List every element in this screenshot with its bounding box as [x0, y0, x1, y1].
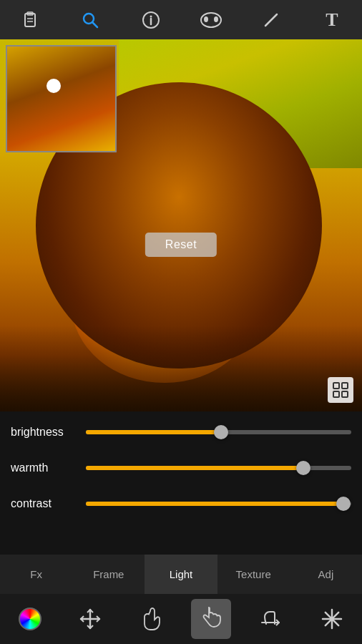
- bottom-tabs-bar: Fx Frame Light Texture Adj: [0, 555, 362, 594]
- touch-select-icon[interactable]: [191, 599, 231, 639]
- contrast-label: contrast: [11, 497, 86, 510]
- brightness-row: brightness: [11, 419, 351, 446]
- warmth-thumb[interactable]: [296, 461, 310, 475]
- thumbnail-position-dot: [47, 79, 61, 93]
- controls-panel: brightness warmth contrast: [0, 411, 362, 555]
- bottom-tools-bar: [0, 594, 362, 644]
- contrast-row: contrast: [11, 490, 351, 517]
- text-label: T: [326, 9, 338, 31]
- move-icon[interactable]: [70, 599, 110, 639]
- warmth-fill: [86, 466, 303, 470]
- warmth-row: warmth: [11, 454, 351, 482]
- swipe-icon[interactable]: [251, 599, 291, 639]
- warmth-slider[interactable]: [86, 466, 351, 470]
- svg-point-8: [150, 15, 152, 17]
- brightness-slider[interactable]: [86, 430, 351, 434]
- svg-point-11: [214, 16, 218, 22]
- search-icon[interactable]: [74, 4, 106, 36]
- asterisk-icon[interactable]: [312, 599, 352, 639]
- brightness-label: brightness: [11, 426, 86, 439]
- info-icon[interactable]: [135, 4, 167, 36]
- brightness-thumb[interactable]: [214, 425, 228, 439]
- contrast-thumb[interactable]: [336, 497, 351, 511]
- thumbnail-preview: [6, 45, 117, 152]
- clipboard-icon[interactable]: [14, 4, 46, 36]
- warmth-label: warmth: [11, 462, 86, 474]
- svg-rect-17: [342, 391, 348, 397]
- svg-rect-14: [333, 383, 339, 389]
- svg-point-10: [204, 16, 208, 22]
- tab-frame[interactable]: Frame: [72, 555, 145, 594]
- crop-expand-icon[interactable]: [328, 377, 353, 403]
- tab-texture[interactable]: Texture: [217, 555, 290, 594]
- contrast-slider[interactable]: [86, 502, 351, 506]
- text-icon[interactable]: T: [316, 4, 348, 36]
- svg-rect-16: [333, 391, 339, 397]
- pen-icon[interactable]: [255, 4, 287, 36]
- tab-adj[interactable]: Adj: [290, 555, 362, 594]
- contrast-fill: [86, 502, 343, 506]
- top-toolbar: T: [0, 0, 362, 39]
- brightness-fill: [86, 430, 221, 434]
- image-canvas[interactable]: Reset: [0, 39, 362, 411]
- color-wheel-icon[interactable]: [10, 599, 50, 639]
- svg-line-5: [93, 22, 98, 27]
- tab-fx[interactable]: Fx: [0, 555, 72, 594]
- reset-button[interactable]: Reset: [145, 233, 217, 257]
- mask-icon[interactable]: [195, 4, 227, 36]
- svg-rect-15: [342, 383, 348, 389]
- tab-light[interactable]: Light: [145, 555, 217, 594]
- finger-tap-icon[interactable]: [131, 599, 171, 639]
